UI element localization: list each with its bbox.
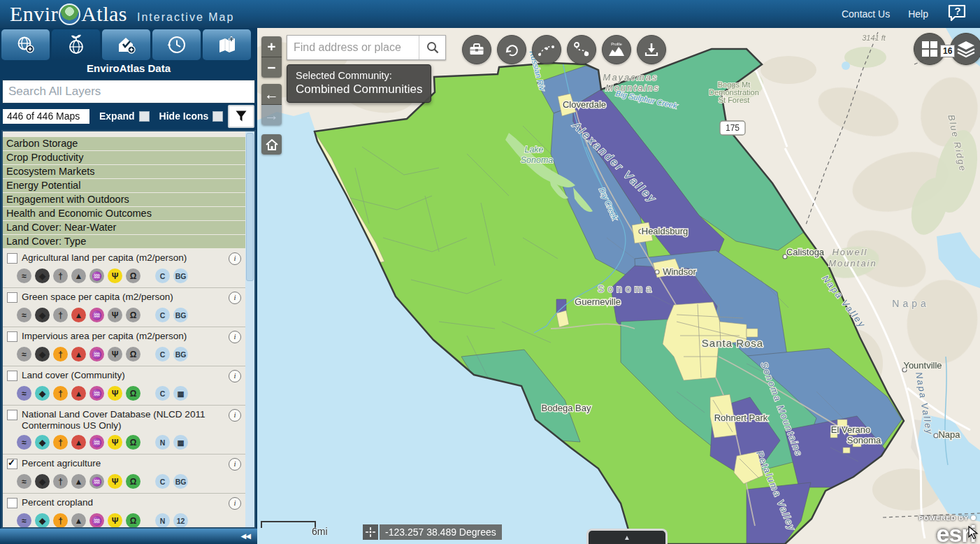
home-check-add-icon [115,34,138,55]
info-icon[interactable]: i [229,370,241,382]
layer-label[interactable]: Land cover (Community) [22,370,125,381]
scale-badge-c: C [155,308,170,322]
plant-icon: Ψ [108,269,122,283]
layer-checkbox[interactable] [7,459,17,469]
attribute-table-tab[interactable]: ▲ [586,529,668,544]
layers-icon [956,39,976,59]
info-icon[interactable]: i [229,331,241,343]
collapse-icon[interactable]: ◀◀ [241,532,250,540]
map-label: Healdsburg [642,226,689,236]
flame-icon: ▲ [71,474,86,489]
address-search-input[interactable] [287,41,419,54]
route-draw-icon [572,41,591,58]
sidebar-collapse-bar[interactable]: ◀◀ [0,529,257,544]
route-draw-button[interactable] [567,35,596,64]
category-row[interactable]: Carbon Storage [3,137,245,150]
contact-us-link[interactable]: Contact Us [842,8,890,20]
layer-label[interactable]: National Land Cover Database (NLCD 2011 … [22,409,229,431]
scrollbar-thumb[interactable] [246,133,254,281]
swipe-refresh-icon [503,41,520,58]
tab-time-slider[interactable] [152,29,201,60]
layer-search-input[interactable] [3,85,254,99]
previous-extent-button[interactable]: ← [261,84,282,105]
wind-icon: ≈ [17,386,31,401]
zoom-out-button[interactable]: − [261,57,282,78]
layer-checkbox[interactable] [7,498,17,508]
swimmer-icon: ♒ [89,347,104,362]
scale-badge-c: C [155,269,170,283]
esri-globe-dot [971,515,976,520]
toolbox-icon [468,42,485,57]
swipe-refresh-button[interactable] [497,35,526,64]
measure-button[interactable] [532,35,561,64]
coordinate-crosshair-button[interactable] [363,524,378,540]
thermometer-icon: † [53,386,68,401]
category-row[interactable]: Crop Productivity [3,151,245,164]
wind-icon: ≈ [17,513,31,527]
layer-label[interactable]: Percent cropland [22,497,93,508]
layer-list: Agricultural land per capita (m2/person)… [3,249,245,527]
category-row[interactable]: Engagement with Outdoors [3,193,245,206]
scale-badge-c: C [155,347,170,362]
category-row[interactable]: Ecosystem Markets [3,165,245,178]
coordinate-widget: -123.257 38.489 Degrees [310,524,502,540]
swimmer-icon: ♒ [89,474,104,489]
layers-count-badge: 16 [940,45,955,57]
wind-icon: ≈ [17,308,31,322]
info-icon[interactable]: i [229,497,241,510]
logo-text-suffix: Atlas [81,2,127,26]
help-link[interactable]: Help [908,8,928,20]
turtle-icon: Ω [126,513,140,527]
layer-list-panel: Carbon StorageCrop ProductivityEcosystem… [1,130,256,529]
layer-checkbox[interactable] [7,331,17,342]
filter-button[interactable] [228,105,254,128]
water-icon: ◆ [35,308,50,322]
layer-checkbox[interactable] [7,253,17,264]
next-extent-button[interactable]: → [261,105,282,125]
tab-community-home[interactable] [102,29,150,60]
info-icon[interactable]: i [229,409,241,422]
panel-title: EnviroAtlas Data [0,60,257,78]
layer-checkbox[interactable] [7,371,17,381]
tab-basemaps-globe-add[interactable] [1,29,50,60]
map-label: Napa [938,429,960,440]
expand-checkbox[interactable] [139,111,150,122]
tab-enviroatlas-data[interactable] [52,29,100,60]
list-scrollbar[interactable] [245,131,254,527]
zoom-in-button[interactable]: + [261,36,282,57]
info-icon[interactable]: i [229,292,241,304]
map-label: Calistoga [786,247,825,257]
category-row[interactable]: Land Cover: Near-Water [3,221,245,234]
elevation-profile-icon: Profile [607,41,626,59]
tab-add-data[interactable] [203,29,251,60]
map-canvas[interactable]: 175 CloverdaleHealdsburgWindsorSanta Ros… [257,28,980,544]
category-row[interactable]: Energy Potential [3,179,245,192]
home-control [261,134,282,155]
category-row[interactable]: Health and Economic Outcomes [3,207,245,220]
download-button[interactable] [637,35,666,64]
hide-icons-checkbox[interactable] [212,111,223,122]
tooltip-title: Selected Community: [296,70,422,81]
layer-label[interactable]: Percent agriculture [22,458,101,469]
flame-icon: ▲ [71,269,86,283]
elevation-profile-button[interactable]: Profile [602,35,631,64]
layer-label[interactable]: Green space per capita (m2/person) [22,292,173,303]
toolbox-button[interactable] [462,35,491,64]
search-submit-button[interactable] [419,36,445,59]
layer-checkbox[interactable] [7,410,17,420]
wind-icon: ≈ [17,347,31,362]
layer-label[interactable]: Impervious area per capita (m2/person) [22,331,187,342]
category-row[interactable]: Land Cover: Type [3,235,245,248]
info-icon[interactable]: i [229,252,241,265]
layer-checkbox[interactable] [7,292,17,303]
maps-count-field[interactable]: 446 of 446 Maps [3,109,89,124]
plant-icon: Ψ [108,386,122,401]
plant-icon: Ψ [108,347,122,362]
map-label: Sonoma [521,155,554,165]
home-extent-button[interactable] [261,134,282,155]
map-label: Santa Rosa [702,337,763,349]
help-bubble-icon[interactable]: ? [946,3,967,24]
globe-logo-icon [59,3,80,25]
layer-label[interactable]: Agricultural land per capita (m2/person) [22,252,187,264]
info-icon[interactable]: i [229,458,241,471]
